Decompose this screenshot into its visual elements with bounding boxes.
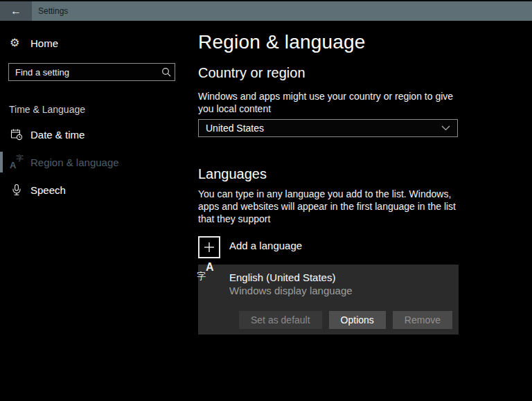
sidebar-section-header: Time & Language: [9, 104, 187, 115]
sidebar-item-home[interactable]: ⚙ Home: [10, 35, 187, 51]
language-name: English (United States): [229, 271, 335, 283]
search-box[interactable]: [8, 63, 175, 81]
nav-label-speech: Speech: [30, 184, 66, 196]
settings-window: ← Settings ⚙ Home Time & Language: [0, 0, 532, 401]
sidebar-item-speech[interactable]: Speech: [0, 176, 187, 204]
back-arrow-icon: ←: [10, 5, 21, 17]
sidebar-nav: Date & time A 字 Region & language: [0, 121, 187, 204]
back-button[interactable]: ←: [0, 1, 32, 21]
home-label: Home: [30, 37, 58, 49]
language-list-item[interactable]: A 字 English (United States) Windows disp…: [198, 265, 459, 335]
set-as-default-button[interactable]: Set as default: [239, 311, 322, 329]
add-language-label: Add a language: [229, 240, 302, 258]
search-icon[interactable]: [158, 67, 175, 77]
add-language-button[interactable]: Add a language: [198, 236, 489, 258]
language-subtitle: Windows display language: [229, 285, 353, 296]
plus-icon: [198, 236, 220, 258]
country-region-dropdown[interactable]: United States: [198, 119, 458, 137]
microphone-icon: [10, 184, 24, 196]
selected-indicator: [0, 152, 3, 172]
country-region-heading: Country or region: [198, 64, 489, 81]
search-input[interactable]: [9, 67, 158, 78]
sidebar: ⚙ Home Time & Language: [0, 21, 187, 401]
page-title: Region & language: [198, 30, 489, 54]
sidebar-item-region-language[interactable]: A 字 Region & language: [0, 148, 187, 176]
title-bar: ← Settings: [0, 0, 532, 21]
nav-label-date-time: Date & time: [30, 129, 85, 141]
remove-button[interactable]: Remove: [393, 311, 452, 329]
main-content: Region & language Country or region Wind…: [198, 21, 489, 335]
sidebar-item-date-time[interactable]: Date & time: [0, 121, 187, 148]
languages-heading: Languages: [198, 166, 489, 182]
country-region-description: Windows and apps might use your country …: [198, 90, 470, 115]
nav-label-region-language: Region & language: [30, 157, 119, 168]
language-icon: A 字: [10, 155, 24, 169]
language-item-buttons: Set as default Options Remove: [239, 311, 452, 329]
calendar-clock-icon: [10, 128, 24, 141]
dropdown-selected-value: United States: [206, 123, 441, 134]
gear-icon: ⚙: [10, 37, 24, 48]
options-button[interactable]: Options: [329, 311, 386, 329]
app-title: Settings: [38, 1, 68, 21]
languages-description: You can type in any language you add to …: [198, 188, 470, 225]
chevron-down-icon: [441, 125, 450, 131]
